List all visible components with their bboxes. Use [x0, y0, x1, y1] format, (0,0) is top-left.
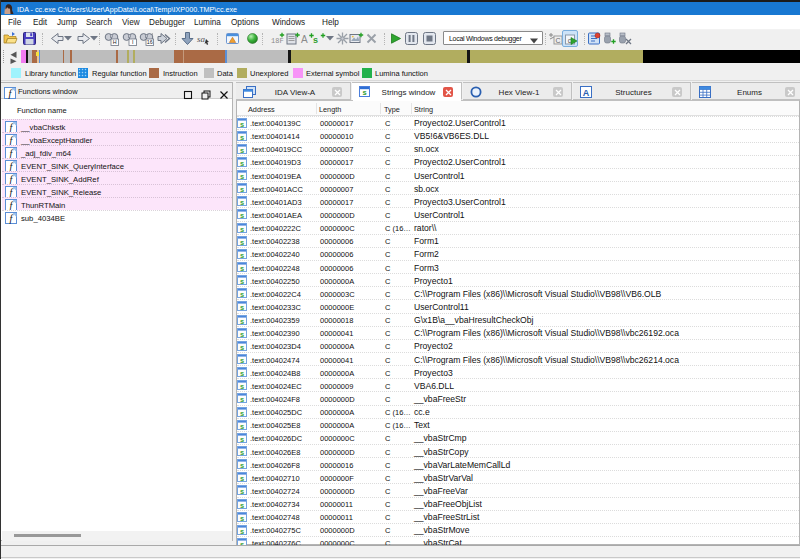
svg-text:s: s — [239, 185, 243, 193]
svg-text:s: s — [239, 159, 243, 167]
svg-text:16: 16 — [147, 39, 153, 45]
svg-text:s: s — [239, 526, 243, 534]
svg-text:s: s — [239, 474, 243, 482]
svg-text:s: s — [239, 119, 243, 127]
svg-text:s: s — [239, 369, 243, 377]
svg-text:s: s — [239, 132, 243, 140]
svg-text:I: I — [132, 39, 134, 45]
svg-text:18F: 18F — [271, 37, 284, 45]
svg-text:s: s — [239, 316, 243, 324]
svg-text:s: s — [239, 172, 243, 180]
svg-text:s: s — [239, 500, 243, 508]
svg-text:s: s — [362, 88, 366, 97]
svg-text:A: A — [301, 34, 308, 45]
svg-text:s: s — [239, 264, 243, 272]
svg-text:C: C — [555, 37, 560, 44]
svg-text:H: H — [113, 39, 117, 45]
svg-text:s: s — [239, 342, 243, 350]
svg-text:s: s — [239, 290, 243, 298]
svg-text:s: s — [239, 250, 243, 258]
svg-text:s: s — [239, 329, 243, 337]
svg-text:s: s — [239, 421, 243, 429]
svg-text:s: s — [313, 35, 318, 45]
svg-text:s: s — [239, 382, 243, 390]
svg-text:s: s — [239, 237, 243, 245]
svg-text:s: s — [239, 461, 243, 469]
svg-text:s: s — [239, 303, 243, 311]
svg-text:s: s — [239, 513, 243, 521]
svg-text:sa: sa — [197, 34, 206, 44]
svg-text:s: s — [239, 224, 243, 232]
svg-text:s: s — [239, 277, 243, 285]
svg-text:s: s — [239, 356, 243, 364]
svg-text:A: A — [583, 88, 590, 98]
svg-text:s: s — [239, 395, 243, 403]
svg-text:s: s — [239, 448, 243, 456]
svg-text:s: s — [239, 198, 243, 206]
svg-text:s: s — [239, 487, 243, 495]
svg-text:s: s — [239, 408, 243, 416]
svg-text:s: s — [239, 145, 243, 153]
svg-text:s: s — [239, 211, 243, 219]
svg-text:s: s — [239, 434, 243, 442]
